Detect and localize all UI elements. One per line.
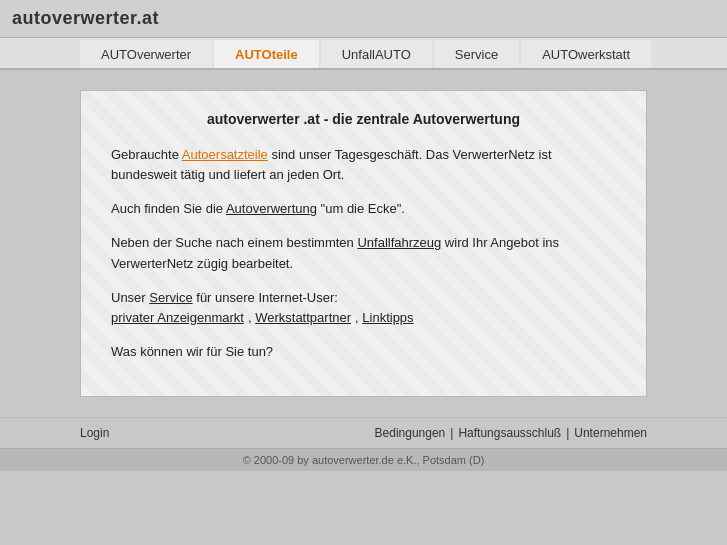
nav-item-autoverwerter[interactable]: AUTOverwerter <box>80 40 212 68</box>
footer-link-1[interactable]: Haftungsausschluß <box>458 426 561 440</box>
site-title: autoverwerter.at <box>12 8 159 28</box>
service-links: privater Anzeigenmarkt, Werkstattpartner… <box>111 310 418 325</box>
autoersatzteile-link[interactable]: Autoersatzteile <box>182 147 268 162</box>
copyright-bar: © 2000-09 by autoverwerter.de e.K., Pots… <box>0 448 727 471</box>
footer-sep-1: | <box>566 426 569 440</box>
para2-suffix: "um die Ecke". <box>317 201 405 216</box>
main-nav: AUTOverwerterAUTOteileUnfallAUTOServiceA… <box>0 38 727 70</box>
copyright-text: © 2000-09 by autoverwerter.de e.K., Pots… <box>243 454 485 466</box>
unfallfahrzeug-link[interactable]: Unfallfahrzeug <box>357 235 441 250</box>
service-sub-link-1[interactable]: Werkstattpartner <box>255 310 351 325</box>
footer-sep-0: | <box>450 426 453 440</box>
page-heading: autoverwerter .at - die zentrale Autover… <box>111 111 616 127</box>
service-link[interactable]: Service <box>149 290 192 305</box>
footer-nav: Login Bedingungen | Haftungsausschluß | … <box>0 417 727 448</box>
autoverwertung-link[interactable]: Autoverwertung <box>226 201 317 216</box>
site-header: autoverwerter.at <box>0 0 727 38</box>
para-question: Was können wir für Sie tun? <box>111 342 616 362</box>
main-content: autoverwerter .at - die zentrale Autover… <box>0 70 727 417</box>
footer-link-0[interactable]: Bedingungen <box>375 426 446 440</box>
para4-prefix: Unser <box>111 290 149 305</box>
nav-item-autowerkstatt[interactable]: AUTOwerkstatt <box>521 40 651 68</box>
content-box: autoverwerter .at - die zentrale Autover… <box>80 90 647 397</box>
para4-suffix: für unsere Internet-User: <box>193 290 338 305</box>
nav-item-service[interactable]: Service <box>434 40 519 68</box>
footer-links: Bedingungen | Haftungsausschluß | Untern… <box>375 426 647 440</box>
service-sub-link-2[interactable]: Linktipps <box>362 310 413 325</box>
footer-link-2[interactable]: Unternehmen <box>574 426 647 440</box>
para-unfallfahrzeug: Neben der Suche nach einem bestimmten Un… <box>111 233 616 273</box>
para1-prefix: Gebrauchte <box>111 147 182 162</box>
para-autoverwertung: Auch finden Sie die Autoverwertung "um d… <box>111 199 616 219</box>
service-sub-link-0[interactable]: privater Anzeigenmarkt <box>111 310 244 325</box>
nav-item-unfallauto[interactable]: UnfallAUTO <box>321 40 432 68</box>
content-inner: autoverwerter .at - die zentrale Autover… <box>111 111 616 362</box>
para-service: Unser Service für unsere Internet-User: … <box>111 288 616 328</box>
para2-prefix: Auch finden Sie die <box>111 201 226 216</box>
nav-item-autoteile[interactable]: AUTOteile <box>214 40 319 68</box>
login-link[interactable]: Login <box>80 426 109 440</box>
para3-prefix: Neben der Suche nach einem bestimmten <box>111 235 357 250</box>
para-autoersatzteile: Gebrauchte Autoersatzteile sind unser Ta… <box>111 145 616 185</box>
